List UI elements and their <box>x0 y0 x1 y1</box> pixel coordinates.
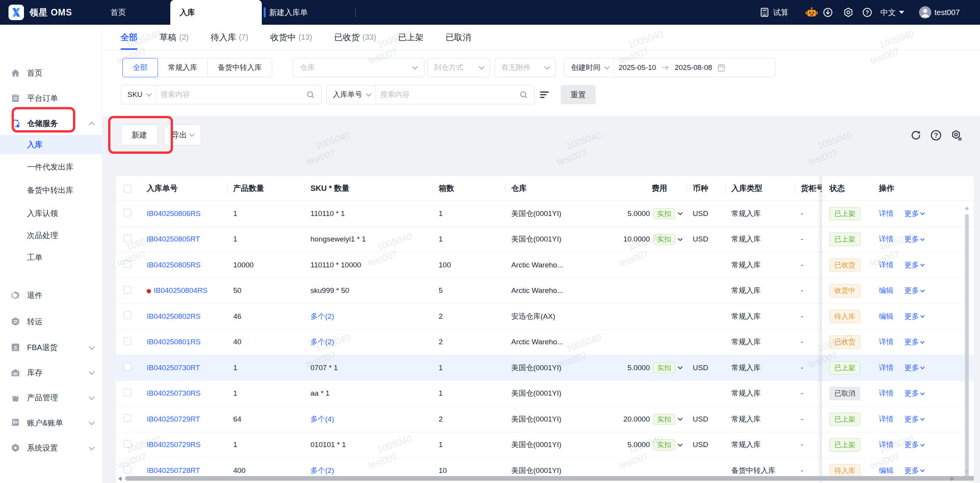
more-action-link[interactable]: 更多 <box>904 260 924 270</box>
search-icon[interactable] <box>306 90 315 99</box>
sidebar-item-home[interactable]: 首页 <box>0 63 102 83</box>
status-tab-0[interactable]: 全部 <box>120 25 137 50</box>
reset-button[interactable]: 重置 <box>561 85 596 104</box>
sidebar-item-restock-transfer-outbound[interactable]: 备货中转出库 <box>0 180 102 200</box>
sidebar-item-platform-orders[interactable]: 平台订单 <box>0 88 102 108</box>
row-checkbox[interactable] <box>124 235 131 242</box>
status-tab-4[interactable]: 已收货(33) <box>334 25 376 50</box>
trial-calc-button[interactable]: 试算 <box>759 0 788 25</box>
row-checkbox[interactable] <box>124 389 131 396</box>
row-checkbox[interactable] <box>124 440 131 448</box>
scroll-right-arrow-icon[interactable] <box>951 476 954 481</box>
scroll-up-arrow-icon[interactable] <box>965 206 969 210</box>
export-button[interactable]: 导出 <box>164 124 201 145</box>
sidebar-item-dropship-outbound[interactable]: 一件代发出库 <box>0 157 102 177</box>
detail-action-link[interactable]: 详情 <box>879 414 894 424</box>
sku-multiple-link[interactable]: 多个(2) <box>310 466 334 474</box>
status-tab-2[interactable]: 待入库(7) <box>210 25 248 50</box>
help-circle-icon[interactable]: ? <box>930 129 942 141</box>
order-number-link[interactable]: IB040250730RT <box>147 364 200 372</box>
edit-action-link[interactable]: 编辑 <box>879 466 894 476</box>
edit-action-link[interactable]: 编辑 <box>879 311 894 321</box>
more-action-link[interactable]: 更多 <box>904 209 924 219</box>
chevron-down-icon[interactable] <box>678 236 683 241</box>
sidebar-item-defective-handling[interactable]: 次品处理 <box>0 226 102 245</box>
status-tab-3[interactable]: 收货中(13) <box>270 25 312 50</box>
order-number-link[interactable]: IB040250805RT <box>147 235 200 243</box>
row-checkbox[interactable] <box>124 311 131 319</box>
scroll-left-arrow-icon[interactable] <box>118 476 122 481</box>
fee-type-tag[interactable]: 实扣 <box>653 208 675 219</box>
date-start-value[interactable]: 2025-05-10 <box>619 63 656 72</box>
sku-multiple-link[interactable]: 多个(2) <box>310 338 334 346</box>
arrival-method-select[interactable]: 到仓方式 <box>427 58 490 77</box>
order-number-link[interactable]: IB040250729RS <box>147 440 200 449</box>
detail-action-link[interactable]: 详情 <box>879 388 894 398</box>
row-checkbox[interactable] <box>124 260 131 268</box>
more-action-link[interactable]: 更多 <box>904 234 924 244</box>
chevron-down-icon[interactable] <box>678 210 683 215</box>
nav-tab-inbound-active[interactable]: 入库 <box>170 0 262 25</box>
assistant-robot-button[interactable] <box>805 0 818 25</box>
more-action-link[interactable]: 更多 <box>904 311 924 321</box>
chevron-down-icon[interactable] <box>678 364 683 369</box>
download-center-button[interactable] <box>822 0 833 25</box>
fee-type-tag[interactable]: 实扣 <box>653 362 675 374</box>
sidebar-item-product-management[interactable]: 产品管理 <box>0 388 102 407</box>
user-menu[interactable]: test007 <box>919 0 960 25</box>
sidebar-item-inventory[interactable]: 库存 <box>0 363 102 382</box>
more-action-link[interactable]: 更多 <box>904 414 924 424</box>
more-action-link[interactable]: 更多 <box>904 466 924 476</box>
scroll-down-arrow-icon[interactable] <box>965 470 969 474</box>
more-action-link[interactable]: 更多 <box>904 440 924 450</box>
detail-action-link[interactable]: 详情 <box>879 234 894 244</box>
fee-type-tag[interactable]: 实扣 <box>653 414 675 425</box>
status-tab-6[interactable]: 已取消 <box>446 25 471 50</box>
order-number-link[interactable]: IB040250805RS <box>147 261 200 269</box>
settings-nut-button[interactable] <box>843 0 854 25</box>
sidebar-item-returns[interactable]: 退件 <box>0 286 102 305</box>
order-number-link[interactable]: IB040250730RS <box>147 389 200 397</box>
nav-menu-new-inbound-order[interactable]: 新建入库单 <box>269 0 308 25</box>
detail-action-link[interactable]: 详情 <box>879 260 894 270</box>
status-tab-1[interactable]: 草稿(2) <box>159 25 188 50</box>
row-checkbox[interactable] <box>124 466 131 473</box>
order-number-link[interactable]: IB040250729RT <box>147 415 200 423</box>
nav-menu-home[interactable]: 首页 <box>110 0 126 25</box>
row-checkbox[interactable] <box>124 337 131 345</box>
detail-action-link[interactable]: 详情 <box>879 363 894 373</box>
more-action-link[interactable]: 更多 <box>904 337 924 347</box>
order-search-input[interactable] <box>380 90 514 99</box>
order-number-link[interactable]: IB040250728RT <box>147 466 200 474</box>
row-checkbox[interactable] <box>124 414 131 422</box>
sku-search-input[interactable] <box>161 90 301 99</box>
detail-action-link[interactable]: 详情 <box>879 440 894 450</box>
sku-multiple-link[interactable]: 多个(2) <box>310 312 334 320</box>
detail-action-link[interactable]: 详情 <box>879 209 894 219</box>
fee-type-tag[interactable]: 实扣 <box>653 439 675 451</box>
attachment-select[interactable]: 有无附件 <box>495 58 556 77</box>
sidebar-item-fba-returns[interactable]: aFBA退货 <box>0 338 102 357</box>
more-action-link[interactable]: 更多 <box>904 363 924 373</box>
order-search-type-label[interactable]: 入库单号 <box>333 90 362 100</box>
language-switcher[interactable]: 中文 <box>880 0 904 25</box>
create-button[interactable]: 新建 <box>121 124 158 145</box>
sidebar-item-warehouse-service[interactable]: 仓储服务 <box>0 114 102 133</box>
order-number-link[interactable]: IB040250801RS <box>147 338 200 346</box>
order-number-link[interactable]: IB040250802RS <box>147 312 200 320</box>
help-button[interactable]: ? <box>862 0 873 25</box>
status-tab-5[interactable]: 已上架 <box>398 25 424 50</box>
select-all-checkbox[interactable] <box>124 185 131 192</box>
date-end-value[interactable]: 2025-08-08 <box>675 63 712 72</box>
sku-search-type-label[interactable]: SKU <box>127 90 142 99</box>
sidebar-item-system-settings[interactable]: 系统设置 <box>0 438 102 457</box>
sidebar-item-account-billing[interactable]: $账户&账单 <box>0 413 102 432</box>
segment-2[interactable]: 备货中转入库 <box>207 58 272 77</box>
more-action-link[interactable]: 更多 <box>904 286 924 296</box>
order-number-link[interactable]: IB040250804RS <box>154 286 207 294</box>
sidebar-item-inbound-claim[interactable]: 入库认领 <box>0 204 102 223</box>
fee-type-tag[interactable]: 实扣 <box>653 234 675 245</box>
row-checkbox[interactable] <box>124 286 131 294</box>
horizontal-scrollbar-thumb[interactable] <box>125 476 974 481</box>
sidebar-item-inbound[interactable]: 入库 <box>0 135 102 154</box>
